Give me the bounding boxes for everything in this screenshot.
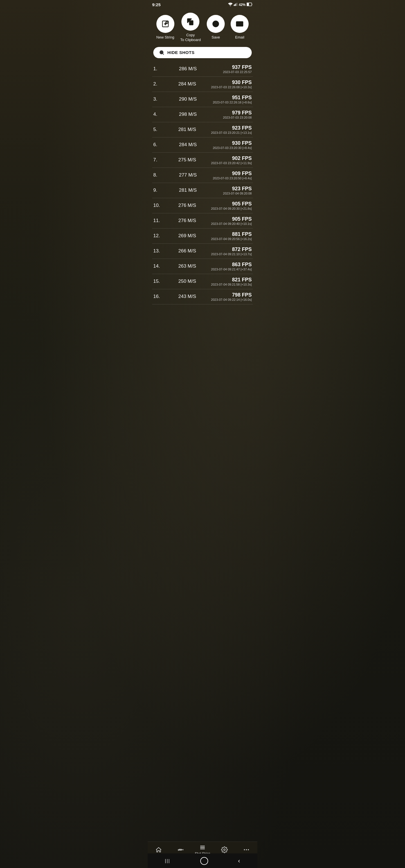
shot-timestamp: 2023-07-04 09:20:30 [+21.8s]: [211, 207, 252, 210]
shot-number: 9.: [153, 187, 164, 193]
shot-row[interactable]: 9.281 M/S923 FPS2023-07-04 09:20:08: [152, 183, 253, 198]
shot-number: 4.: [153, 112, 164, 117]
shot-row[interactable]: 6.284 M/S930 FPS2023-07-03 23:20:30 [+8.…: [152, 137, 253, 153]
shot-row[interactable]: 14.263 M/S863 FPS2023-07-04 09:21:47 [+3…: [152, 259, 253, 274]
shot-right: 923 FPS2023-07-03 23:20:21 [+13.1s]: [211, 125, 252, 134]
shot-right: 923 FPS2023-07-04 09:20:08: [212, 186, 252, 195]
shot-fps: 881 FPS: [211, 231, 252, 237]
shot-timestamp: 2023-07-04 09:21:10 [+13.7s]: [211, 252, 252, 256]
hide-shots-button[interactable]: HIDE SHOTS: [153, 47, 252, 58]
shot-ms: 298 M/S: [164, 112, 212, 117]
shot-number: 10.: [153, 203, 164, 208]
shot-ms: 276 M/S: [164, 203, 211, 208]
shot-fps: 930 FPS: [212, 140, 252, 146]
save-button[interactable]: Save: [207, 15, 225, 40]
shot-timestamp: 2023-07-03 23:20:50 [+8.4s]: [212, 177, 252, 180]
shot-row[interactable]: 2.284 M/S930 FPS2023-07-03 22:26:08 [+10…: [152, 77, 253, 92]
svg-rect-14: [190, 21, 193, 25]
shot-fps: 979 FPS: [212, 110, 252, 116]
shot-number: 16.: [153, 294, 164, 299]
shot-right: 872 FPS2023-07-04 09:21:10 [+13.7s]: [211, 247, 252, 256]
shot-ms: 275 M/S: [164, 157, 211, 163]
shot-number: 3.: [153, 96, 164, 102]
shot-fps: 905 FPS: [211, 201, 252, 207]
shot-right: 937 FPS2023-07-03 22:25:57: [212, 64, 252, 74]
svg-rect-4: [236, 3, 236, 6]
new-string-icon-circle: [156, 15, 174, 33]
shot-list: 1.286 M/S937 FPS2023-07-03 22:25:572.284…: [148, 62, 257, 304]
shot-timestamp: 2023-07-04 09:20:08: [212, 192, 252, 195]
status-bar: 9:25 42%: [148, 0, 257, 8]
shot-right: 798 FPS2023-07-04 09:22:14 [+16.0s]: [211, 292, 252, 301]
shot-right: 930 FPS2023-07-03 22:26:08 [+10.3s]: [211, 80, 252, 89]
copy-clipboard-button[interactable]: CopyTo Clipboard: [180, 13, 201, 42]
svg-rect-1: [234, 4, 234, 6]
shot-fps: 909 FPS: [212, 170, 252, 177]
new-string-button[interactable]: New String: [156, 15, 174, 40]
shot-fps: 923 FPS: [212, 186, 252, 192]
shot-number: 8.: [153, 172, 164, 178]
shot-fps: 923 FPS: [211, 125, 252, 131]
search-icon: [159, 50, 165, 55]
shot-timestamp: 2023-07-03 23:20:21 [+13.1s]: [211, 131, 252, 134]
copy-icon-circle: [181, 13, 199, 31]
save-icon-circle: [207, 15, 225, 33]
shot-ms: 281 M/S: [164, 127, 211, 132]
shot-timestamp: 2023-07-03 23:20:42 [+11.9s]: [211, 161, 252, 165]
wifi-icon: [228, 3, 233, 7]
shot-timestamp: 2023-07-04 09:21:47 [+37.4s]: [211, 268, 252, 271]
shot-number: 12.: [153, 233, 164, 239]
shot-row[interactable]: 4.298 M/S979 FPS2023-07-03 23:20:08: [152, 107, 253, 122]
shot-fps: 951 FPS: [212, 95, 252, 101]
shot-right: 930 FPS2023-07-03 23:20:30 [+8.4s]: [212, 140, 252, 150]
shot-fps: 821 FPS: [211, 277, 252, 283]
shot-fps: 902 FPS: [211, 155, 252, 161]
shot-ms: 281 M/S: [164, 187, 212, 193]
shot-number: 5.: [153, 127, 164, 132]
shot-number: 7.: [153, 157, 164, 163]
shot-ms: 276 M/S: [164, 218, 211, 223]
shot-row[interactable]: 8.277 M/S909 FPS2023-07-03 23:20:50 [+8.…: [152, 168, 253, 183]
shot-right: 905 FPS2023-07-04 09:20:30 [+21.8s]: [211, 201, 252, 210]
new-string-label: New String: [156, 35, 174, 40]
shot-right: 821 FPS2023-07-04 09:21:58 [+10.3s]: [211, 277, 252, 286]
shot-timestamp: 2023-07-03 22:26:16 [+8.6s]: [212, 101, 252, 104]
svg-point-18: [160, 51, 163, 54]
svg-line-19: [163, 54, 164, 55]
shot-row[interactable]: 15.250 M/S821 FPS2023-07-04 09:21:58 [+1…: [152, 274, 253, 289]
shot-row[interactable]: 16.243 M/S798 FPS2023-07-04 09:22:14 [+1…: [152, 289, 253, 304]
shot-right: 905 FPS2023-07-04 09:20:40 [+10.1s]: [211, 216, 252, 225]
email-button[interactable]: Email: [231, 15, 249, 40]
shot-timestamp: 2023-07-03 22:25:57: [212, 70, 252, 74]
shot-ms: 284 M/S: [164, 81, 211, 87]
shot-row[interactable]: 10.276 M/S905 FPS2023-07-04 09:20:30 [+2…: [152, 198, 253, 213]
shot-row[interactable]: 1.286 M/S937 FPS2023-07-03 22:25:57: [152, 62, 253, 77]
shot-number: 1.: [153, 66, 164, 72]
shot-number: 2.: [153, 81, 164, 87]
shot-number: 11.: [153, 218, 164, 223]
status-time: 9:25: [152, 2, 161, 7]
shot-timestamp: 2023-07-03 22:26:08 [+10.3s]: [211, 86, 252, 89]
shot-row[interactable]: 7.275 M/S902 FPS2023-07-03 23:20:42 [+11…: [152, 153, 253, 168]
shot-row[interactable]: 13.266 M/S872 FPS2023-07-04 09:21:10 [+1…: [152, 244, 253, 259]
shot-right: 909 FPS2023-07-03 23:20:50 [+8.4s]: [212, 170, 252, 180]
shot-right: 881 FPS2023-07-04 09:20:56 [+16.2s]: [211, 231, 252, 241]
shot-row[interactable]: 5.281 M/S923 FPS2023-07-03 23:20:21 [+13…: [152, 122, 253, 137]
shot-timestamp: 2023-07-04 09:22:14 [+16.0s]: [211, 298, 252, 301]
signal-icon: [234, 3, 238, 7]
hide-shots-label: HIDE SHOTS: [167, 50, 195, 55]
status-icons: 42%: [228, 3, 253, 7]
shot-ms: 266 M/S: [164, 248, 211, 254]
shot-row[interactable]: 3.290 M/S951 FPS2023-07-03 22:26:16 [+8.…: [152, 92, 253, 107]
svg-rect-2: [235, 4, 235, 6]
action-buttons-row: New String CopyTo Clipboard Save: [148, 8, 257, 46]
shot-fps: 863 FPS: [211, 262, 252, 268]
shot-fps: 937 FPS: [212, 64, 252, 70]
shot-number: 6.: [153, 142, 164, 148]
shot-ms: 243 M/S: [164, 294, 211, 299]
shot-fps: 872 FPS: [211, 247, 252, 252]
shot-row[interactable]: 11.276 M/S905 FPS2023-07-04 09:20:40 [+1…: [152, 213, 253, 228]
shot-row[interactable]: 12.269 M/S881 FPS2023-07-04 09:20:56 [+1…: [152, 228, 253, 244]
shot-fps: 798 FPS: [211, 292, 252, 298]
shot-fps: 905 FPS: [211, 216, 252, 222]
